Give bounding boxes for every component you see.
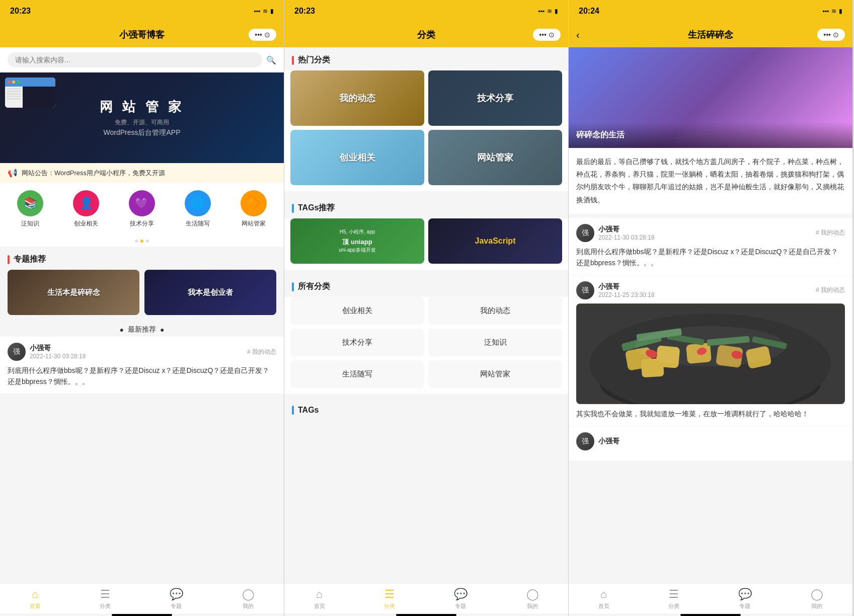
status-time-2: 20:23	[294, 7, 315, 16]
banner-1: 网 站 管 家 免费、开源、可商用 WordPress后台管理APP	[0, 72, 284, 163]
tags-recommend-title: TAGs推荐	[298, 203, 335, 213]
notice-bar-1: 📢 网站公告：WordPress用户端小程序，免费又开源	[0, 163, 284, 183]
author-info-3-1: 小强哥 2022-11-30 03:28:18	[598, 225, 812, 241]
tag-card-bg-uniapp: H5, 小程序, app 顶 uniapp uni-app多端开发	[290, 218, 424, 264]
nav-actions-2[interactable]: ••• ⊙	[533, 29, 561, 41]
cat-circle-生活随写: 🌐	[185, 190, 211, 216]
status-time-3: 20:24	[579, 7, 599, 16]
hot-card-label-创业: 创业相关	[290, 130, 424, 185]
phone-2-body: 热门分类 我的动态 技术分享 创业相关 网站管家	[284, 47, 568, 583]
all-cat-网站管家[interactable]: 网站管家	[428, 360, 562, 388]
nav-dots-btn-1[interactable]: ••• ⊙	[249, 29, 276, 41]
status-bar-3: 20:24 ▪▪▪ ≋ ▮	[569, 0, 852, 22]
tag-card-text-js: JavaScript	[475, 237, 516, 246]
post-item-1: 强 小强哥 2022-11-30 03:28:18 # 我的动态 到底用什么程序…	[0, 337, 284, 394]
cat-label-创业相关: 创业相关	[74, 219, 98, 228]
cat-icon-创业相关[interactable]: 👤 创业相关	[73, 190, 99, 228]
circle-icon-1: ⊙	[264, 31, 270, 39]
hot-card-创业[interactable]: 创业相关	[290, 130, 424, 185]
avatar-initial-3-2: 强	[582, 286, 589, 295]
tab-home-3[interactable]: ⌂ 首页	[598, 588, 609, 610]
author-name-3-2: 小强哥	[598, 282, 812, 291]
back-button-3[interactable]: ‹	[576, 29, 580, 41]
hot-card-技术[interactable]: 技术分享	[428, 70, 562, 126]
home-indicator-1	[0, 613, 284, 616]
banner-desc: WordPress后台管理APP	[100, 128, 184, 137]
section-accent-featured	[8, 255, 10, 264]
tab-categories-1[interactable]: ☰ 分类	[100, 588, 111, 610]
tab-categories-icon-3: ☰	[669, 588, 679, 601]
tab-home-1[interactable]: ⌂ 首页	[30, 588, 41, 610]
tab-categories-2[interactable]: ☰ 分类	[384, 588, 395, 610]
tab-categories-icon-2: ☰	[384, 588, 395, 601]
avatar-3-1: 强	[576, 224, 594, 242]
tab-home-2[interactable]: ⌂ 首页	[314, 588, 325, 610]
tab-mine-icon-1: ◯	[242, 588, 255, 601]
all-cats-title: 所有分类	[298, 281, 330, 292]
tab-topics-3[interactable]: 💬 专题	[738, 588, 752, 610]
dots-icon-1: •••	[255, 31, 262, 39]
carousel-dots-1	[0, 236, 284, 247]
tab-categories-3[interactable]: ☰ 分类	[668, 588, 679, 610]
all-cat-泛知识[interactable]: 泛知识	[428, 329, 562, 356]
nav-dots-btn-3[interactable]: ••• ⊙	[817, 29, 845, 41]
cat-icon-网站管家[interactable]: 🔶 网站管家	[241, 190, 267, 228]
tab-home-icon-3: ⌂	[600, 588, 607, 601]
cat-icon-生活随写[interactable]: 🌐 生活随写	[185, 190, 211, 228]
tab-topics-1[interactable]: 💬 专题	[170, 588, 183, 610]
nav-actions-1[interactable]: ••• ⊙	[249, 29, 276, 41]
avatar-1: 强	[8, 343, 26, 361]
category-icons-1: 📚 泛知识 👤 创业相关 💜 技术分享 🌐 生活随写 🔶 网站管家	[0, 183, 284, 236]
all-cat-技术分享[interactable]: 技术分享	[290, 329, 424, 356]
tab-topics-2[interactable]: 💬 专题	[454, 588, 468, 610]
tags-list-header: TAGs	[284, 398, 568, 420]
tab-topics-icon-3: 💬	[738, 588, 752, 601]
featured-card-1[interactable]: 生活本是碎碎念	[8, 270, 139, 315]
cat-label-技术分享: 技术分享	[130, 219, 154, 228]
avatar-3-3: 强	[576, 432, 594, 450]
status-icons-2: ▪▪▪ ≋ ▮	[538, 8, 558, 15]
cat-icon-泛知识[interactable]: 📚 泛知识	[17, 190, 43, 228]
post-meta-3-3: 强 小强哥	[576, 432, 845, 450]
tab-categories-label-3: 分类	[668, 602, 679, 610]
tag-card-uniapp[interactable]: H5, 小程序, app 顶 uniapp uni-app多端开发	[290, 218, 424, 264]
cat-icon-技术分享[interactable]: 💜 技术分享	[129, 190, 155, 228]
dot-3	[146, 240, 149, 243]
status-icons-3: ▪▪▪ ≋ ▮	[822, 8, 842, 15]
all-cat-创业相关[interactable]: 创业相关	[290, 297, 424, 325]
banner-title-cn: 网 站 管 家	[100, 98, 184, 116]
all-cats-accent	[292, 282, 294, 291]
nav-dots-btn-2[interactable]: ••• ⊙	[533, 29, 561, 41]
uniapp-desc: uni-app多端开发	[339, 247, 375, 254]
tags-recommend-header: TAGs推荐	[284, 195, 568, 218]
nav-title-1: 小强哥博客	[119, 29, 165, 41]
post-content-1: 到底用什么程序做bbs呢？是新程序？还是Discuz x？还是DiscuzQ？还…	[8, 365, 276, 388]
tag-card-js[interactable]: JavaScript	[428, 218, 562, 264]
tab-mine-1[interactable]: ◯ 我的	[242, 588, 255, 610]
notice-icon-1: 📢	[8, 168, 18, 178]
hot-card-动态[interactable]: 我的动态	[290, 70, 424, 126]
featured-card-2[interactable]: 我本是创业者	[144, 270, 276, 315]
tab-mine-3[interactable]: ◯ 我的	[811, 588, 823, 610]
banner-text-1: 网 站 管 家 免费、开源、可商用 WordPress后台管理APP	[100, 98, 184, 137]
circle-icon-3: ⊙	[833, 31, 839, 39]
post-comment-3-2: 其实我也不会做菜，我就知道放一堆菜，在放一堆调料就行了，哈哈哈哈！	[576, 408, 845, 420]
post-item-3-3: 强 小强哥	[569, 426, 852, 460]
battery-icon-3: ▮	[839, 8, 842, 15]
all-cat-我的动态[interactable]: 我的动态	[428, 297, 562, 325]
tab-topics-label-1: 专题	[171, 602, 182, 610]
tab-mine-2[interactable]: ◯ 我的	[526, 588, 539, 610]
nav-actions-3[interactable]: ••• ⊙	[817, 29, 845, 41]
dot-2-active	[140, 240, 143, 243]
tab-categories-label-2: 分类	[384, 602, 395, 610]
nav-bar-3: ‹ 生活碎碎念 ••• ⊙	[569, 22, 852, 47]
hot-card-管家[interactable]: 网站管家	[428, 130, 562, 185]
search-input-1[interactable]	[8, 52, 262, 67]
wifi-icon: ≋	[263, 8, 268, 15]
cat-label-网站管家: 网站管家	[242, 219, 266, 228]
nav-bar-2: 分类 ••• ⊙	[284, 22, 568, 47]
tag-card-text-uniapp: H5, 小程序, app 顶 uniapp uni-app多端开发	[335, 224, 379, 258]
home-bar-3	[680, 614, 741, 616]
all-cat-生活随写[interactable]: 生活随写	[290, 360, 424, 388]
nav-bar-1: 小强哥博客 ••• ⊙	[0, 22, 284, 47]
